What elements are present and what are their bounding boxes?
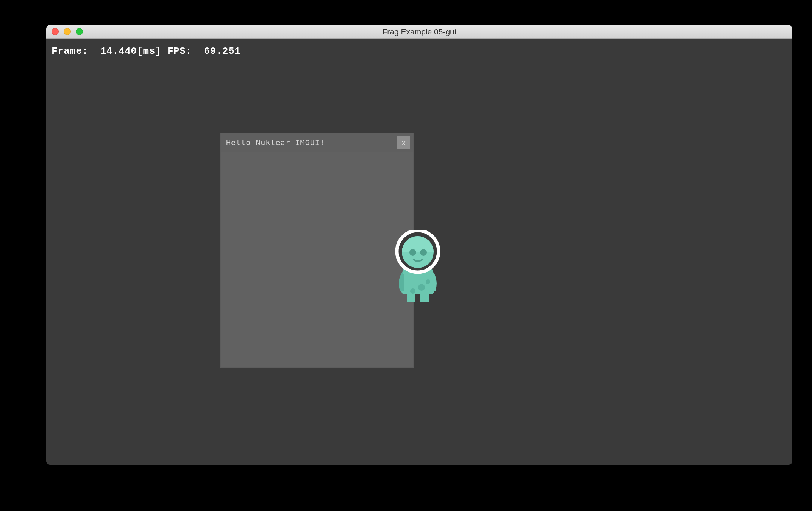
window-title: Frag Example 05-gui — [46, 27, 792, 36]
minimize-window-icon[interactable] — [64, 28, 71, 35]
imgui-close-button[interactable]: x — [397, 136, 410, 149]
zoom-window-icon[interactable] — [76, 28, 83, 35]
app-window: Frag Example 05-gui Frame: 14.440[ms] FP… — [46, 25, 792, 465]
close-window-icon[interactable] — [52, 28, 59, 35]
imgui-body — [221, 152, 413, 367]
frame-stats: Frame: 14.440[ms] FPS: 69.251 — [52, 45, 240, 57]
svg-point-4 — [426, 279, 430, 284]
viewport: Frame: 14.440[ms] FPS: 69.251 Hello Nukl… — [46, 39, 792, 465]
svg-point-2 — [418, 284, 425, 291]
astronaut-sprite — [393, 230, 442, 303]
close-icon: x — [402, 139, 406, 147]
svg-point-7 — [409, 249, 416, 256]
svg-point-8 — [420, 249, 427, 256]
traffic-lights — [52, 28, 83, 35]
svg-point-3 — [410, 288, 415, 294]
titlebar[interactable]: Frag Example 05-gui — [46, 25, 792, 39]
imgui-title: Hello Nuklear IMGUI! — [226, 138, 325, 147]
imgui-titlebar[interactable]: Hello Nuklear IMGUI! x — [221, 133, 413, 152]
astronaut-icon — [393, 230, 442, 303]
imgui-window[interactable]: Hello Nuklear IMGUI! x — [220, 133, 414, 368]
